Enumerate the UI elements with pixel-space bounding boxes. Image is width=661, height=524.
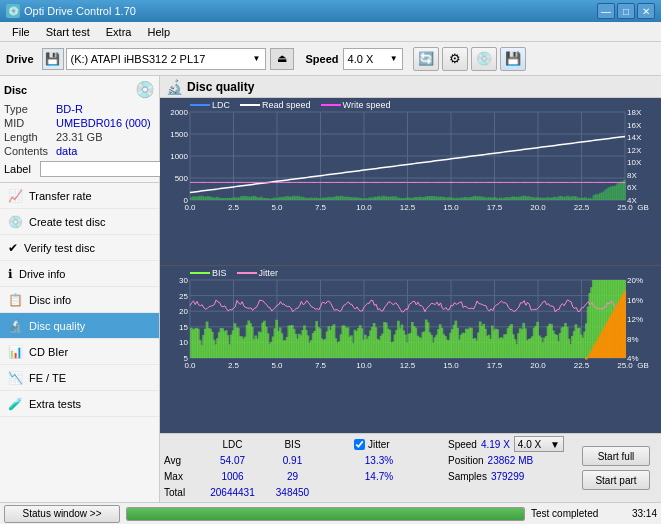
sidebar-item-fe-te[interactable]: 📉 FE / TE (0, 365, 159, 391)
settings-button[interactable]: ⚙ (442, 47, 468, 71)
menu-bar: File Start test Extra Help (0, 22, 661, 42)
bis-max-val: 29 (265, 471, 320, 482)
drive-value: (K:) ATAPI iHBS312 2 PL17 (71, 53, 206, 65)
ldc-total-val: 20644431 (200, 487, 265, 498)
jitter-checkbox[interactable] (354, 439, 365, 450)
status-text: Test completed (531, 508, 611, 519)
speed-dropdown[interactable]: 4.0 X ▼ (343, 48, 403, 70)
verify-test-disc-icon: ✔ (8, 241, 18, 255)
maximize-button[interactable]: □ (617, 3, 635, 19)
legend-ldc-color (190, 104, 210, 106)
legend-ldc-label: LDC (212, 100, 230, 110)
stats-max-row: Max 1006 29 (164, 468, 350, 484)
ldc-avg-val: 54.07 (200, 455, 265, 466)
status-window-button[interactable]: Status window >> (4, 505, 120, 523)
transfer-rate-icon: 📈 (8, 189, 23, 203)
speed-stats-section: Speed 4.19 X 4.0 X ▼ Position 23862 MB S… (448, 436, 578, 500)
fe-te-icon: 📉 (8, 371, 23, 385)
disc-quality-icon: 🔬 (8, 319, 23, 333)
legend-read-speed-color (240, 104, 260, 106)
sidebar-item-label-drive-info: Drive info (19, 268, 65, 280)
legend-write-speed-label: Write speed (343, 100, 391, 110)
legend-bis: BIS (190, 268, 227, 278)
legend-write-speed-color (321, 104, 341, 106)
sidebar-item-label-transfer-rate: Transfer rate (29, 190, 92, 202)
sidebar-item-disc-info[interactable]: 📋 Disc info (0, 287, 159, 313)
legend-jitter-label: Jitter (259, 268, 279, 278)
speed-stat-value: 4.19 X (481, 439, 510, 450)
menu-help[interactable]: Help (139, 24, 178, 40)
disc-length-label: Length (4, 131, 56, 143)
speed-value: 4.0 X (348, 53, 374, 65)
speed-dropdown-stats[interactable]: 4.0 X ▼ (514, 436, 564, 452)
legend-jitter: Jitter (237, 268, 279, 278)
legend-jitter-color (237, 272, 257, 274)
sidebar-item-label-verify-test-disc: Verify test disc (24, 242, 95, 254)
stats-total-row: Total 20644431 348450 (164, 484, 350, 500)
disc-type-value: BD-R (56, 103, 83, 115)
charts-area: LDC Read speed Write speed (160, 98, 661, 433)
bis-col-header: BIS (265, 439, 320, 450)
legend-write-speed: Write speed (321, 100, 391, 110)
disc-quality-header: 🔬 Disc quality (160, 76, 661, 98)
drive-dropdown[interactable]: (K:) ATAPI iHBS312 2 PL17 ▼ (66, 48, 266, 70)
samples-label: Samples (448, 471, 487, 482)
ldc-col-header: LDC (200, 439, 265, 450)
disc-button[interactable]: 💿 (471, 47, 497, 71)
start-full-button[interactable]: Start full (582, 446, 650, 466)
sidebar-item-disc-quality[interactable]: 🔬 Disc quality (0, 313, 159, 339)
drive-selector: 💾 (K:) ATAPI iHBS312 2 PL17 ▼ ⏏ (42, 48, 294, 70)
jitter-max-row: 14.7% (354, 468, 444, 484)
speed-dropdown-val: 4.0 X (518, 439, 541, 450)
toolbar: Drive 💾 (K:) ATAPI iHBS312 2 PL17 ▼ ⏏ Sp… (0, 42, 661, 76)
menu-start-test[interactable]: Start test (38, 24, 98, 40)
menu-file[interactable]: File (4, 24, 38, 40)
main-area: Disc 💿 Type BD-R MID UMEBDR016 (000) Len… (0, 76, 661, 502)
jitter-max-val: 14.7% (354, 471, 404, 482)
sidebar-item-drive-info[interactable]: ℹ Drive info (0, 261, 159, 287)
samples-row: Samples 379299 (448, 468, 578, 484)
disc-panel-icon: 💿 (135, 80, 155, 99)
sidebar-item-label-extra-tests: Extra tests (29, 398, 81, 410)
disc-type-label: Type (4, 103, 56, 115)
speed-dropdown-arrow: ▼ (390, 54, 398, 63)
sidebar-item-transfer-rate[interactable]: 📈 Transfer rate (0, 183, 159, 209)
legend-read-speed: Read speed (240, 100, 311, 110)
jitter-stats: Jitter 13.3% 14.7% (354, 436, 444, 500)
disc-label-input[interactable] (40, 161, 169, 177)
title-bar: 💿 Opti Drive Control 1.70 — □ ✕ (0, 0, 661, 22)
sidebar-item-label-create-test-disc: Create test disc (29, 216, 105, 228)
minimize-button[interactable]: — (597, 3, 615, 19)
save-button[interactable]: 💾 (500, 47, 526, 71)
legend-top: LDC Read speed Write speed (190, 100, 390, 110)
drive-icon: 💾 (42, 48, 64, 70)
eject-button[interactable]: ⏏ (270, 48, 294, 70)
samples-value: 379299 (491, 471, 524, 482)
disc-quality-title: Disc quality (187, 80, 254, 94)
speed-header-row: Speed 4.19 X 4.0 X ▼ (448, 436, 578, 452)
cd-bier-icon: 📊 (8, 345, 23, 359)
drive-info-icon: ℹ (8, 267, 13, 281)
sidebar-item-create-test-disc[interactable]: 💿 Create test disc (0, 209, 159, 235)
ldc-max-val: 1006 (200, 471, 265, 482)
disc-quality-header-icon: 🔬 (166, 79, 183, 95)
sidebar-item-verify-test-disc[interactable]: ✔ Verify test disc (0, 235, 159, 261)
total-label: Total (164, 487, 200, 498)
menu-extra[interactable]: Extra (98, 24, 140, 40)
sidebar-item-label-fe-te: FE / TE (29, 372, 66, 384)
position-label: Position (448, 455, 484, 466)
refresh-button[interactable]: 🔄 (413, 47, 439, 71)
disc-length-value: 23.31 GB (56, 131, 102, 143)
sidebar-item-extra-tests[interactable]: 🧪 Extra tests (0, 391, 159, 417)
bis-total-val: 348450 (265, 487, 320, 498)
stats-header: LDC BIS (164, 436, 350, 452)
sidebar-item-label-cd-bier: CD BIer (29, 346, 68, 358)
position-value: 23862 MB (488, 455, 534, 466)
stats-bar: LDC BIS Avg 54.07 0.91 Max 1006 29 (160, 433, 661, 502)
sidebar-item-cd-bier[interactable]: 📊 CD BIer (0, 339, 159, 365)
disc-info-icon: 📋 (8, 293, 23, 307)
close-button[interactable]: ✕ (637, 3, 655, 19)
sidebar-item-label-disc-info: Disc info (29, 294, 71, 306)
start-part-button[interactable]: Start part (582, 470, 650, 490)
jitter-header: Jitter (354, 436, 444, 452)
